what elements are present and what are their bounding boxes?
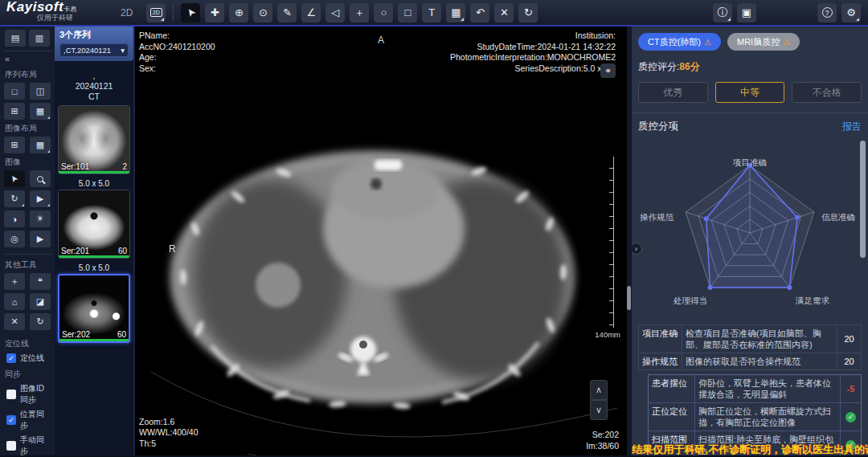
study-group-label: , 20240121 CT bbox=[55, 71, 133, 102]
img-layout-3x3-button[interactable]: ▦ bbox=[30, 137, 51, 153]
chevron-up-icon: ∧ bbox=[596, 385, 602, 395]
row-score: 20 bbox=[837, 325, 861, 353]
flip-icon: ▶ bbox=[37, 194, 43, 204]
locator-line-checkbox[interactable] bbox=[6, 353, 16, 363]
report-icon: ▥ bbox=[35, 33, 43, 43]
image-viewport[interactable]: PName: AccNO:2401210200 Age: Sex: Instit… bbox=[135, 27, 627, 455]
plus-icon: ＋ bbox=[10, 275, 19, 288]
grid-icon: ▦ bbox=[451, 6, 461, 18]
series-panel: 3个序列 ,CT,20240121 ▾ , 20240121 CT Ser:10… bbox=[55, 27, 135, 455]
tool-rectangle-button[interactable]: □ bbox=[398, 3, 417, 22]
image-pointer-button[interactable]: ➤ bbox=[4, 170, 25, 187]
tool-reset-button[interactable]: ↻ bbox=[518, 3, 538, 22]
study-group-line1: , bbox=[55, 71, 133, 81]
age-text: Age: bbox=[139, 52, 215, 63]
link-series-button[interactable]: ⚭ bbox=[600, 63, 616, 78]
wwwl-text: WW/WL:400/40 bbox=[139, 427, 199, 439]
qc-score-label: 质控评分: bbox=[638, 61, 679, 72]
image-layout-section-label: 图像布局 bbox=[5, 123, 51, 134]
help-button[interactable]: ? bbox=[817, 3, 837, 22]
manual-sync-row[interactable]: 手动同步 bbox=[6, 435, 51, 457]
tool-delete-button[interactable]: ✕ bbox=[494, 3, 514, 22]
manual-sync-label: 手动同步 bbox=[20, 435, 51, 457]
grade-excellent-button[interactable]: 优秀 bbox=[638, 82, 708, 103]
flip-button[interactable]: ▶ bbox=[30, 190, 51, 207]
warning-icon: ⚠ bbox=[704, 38, 711, 47]
thumbnail-series-201[interactable]: Ser:201 60 bbox=[58, 190, 130, 259]
manual-sync-checkbox[interactable] bbox=[6, 441, 16, 451]
layout-2d-icon: 2D bbox=[150, 8, 162, 17]
img-layout-2x2-button[interactable]: ⊞ bbox=[4, 137, 25, 153]
clear-button[interactable]: ✕ bbox=[4, 313, 25, 330]
add-tool-button[interactable]: ＋ bbox=[4, 273, 25, 290]
layout-1x2-button[interactable]: ◫ bbox=[30, 83, 51, 100]
grade-medium-button[interactable]: 中等 bbox=[715, 82, 785, 103]
orientation-anterior-marker: A bbox=[378, 35, 384, 46]
report-panel-button[interactable]: ▥ bbox=[29, 30, 50, 47]
tool-ellipse-button[interactable]: ○ bbox=[374, 3, 393, 22]
sidebar-collapse-button[interactable]: « bbox=[3, 51, 51, 66]
thumbnail-series-101[interactable]: Ser:101 2 bbox=[58, 105, 130, 174]
cine-button[interactable]: ◎ bbox=[4, 231, 25, 247]
magnifier-icon bbox=[37, 176, 43, 182]
sex-text: Sex: bbox=[139, 63, 215, 75]
settings-button[interactable]: ⚙ bbox=[841, 3, 861, 22]
image-id-sync-checkbox[interactable] bbox=[6, 390, 16, 399]
panel-scrollbar-thumb[interactable] bbox=[860, 141, 866, 258]
comment-button[interactable]: ❝ bbox=[30, 273, 51, 290]
table-row: 操作规范 图像的获取是否符合操作规范 20 bbox=[639, 353, 861, 369]
img-layout-2x2-icon: ⊞ bbox=[10, 140, 18, 150]
tool-pan-button[interactable]: ✚ bbox=[205, 3, 224, 22]
image-id-sync-row[interactable]: 图像ID同步 bbox=[6, 383, 51, 406]
info-button[interactable]: ⓘ bbox=[713, 3, 732, 22]
tool-cross-marker-button[interactable]: ＋ bbox=[350, 3, 369, 22]
qc-score-value: 86分 bbox=[679, 61, 699, 72]
magnifier-button[interactable] bbox=[30, 170, 51, 187]
study-dropdown-value: ,CT,20240121 bbox=[63, 46, 111, 55]
tab-mri-qc[interactable]: MRI脑质控 ⚠ bbox=[727, 33, 800, 51]
zoom-icon: ⊕ bbox=[235, 6, 244, 18]
tool-layout-2d-button[interactable]: 2D bbox=[146, 3, 166, 22]
stack-next-button[interactable]: ∨ bbox=[590, 400, 608, 420]
rotate-button[interactable]: ↻ bbox=[4, 190, 25, 207]
study-dropdown[interactable]: ,CT,20240121 ▾ bbox=[59, 43, 129, 57]
roi-button[interactable]: ⌂ bbox=[4, 293, 25, 310]
tool-zoom-button[interactable]: ⊕ bbox=[229, 3, 248, 22]
locator-line-checkbox-row[interactable]: 定位线 bbox=[6, 353, 51, 364]
thickness-text: Th:5 bbox=[139, 439, 199, 450]
stack-previous-button[interactable]: ∧ bbox=[590, 380, 608, 400]
position-sync-checkbox[interactable] bbox=[6, 415, 16, 425]
tool-text-button[interactable]: T bbox=[422, 3, 441, 22]
layout-1x1-button[interactable]: □ bbox=[4, 83, 25, 100]
probe-icon: ⊙ bbox=[259, 6, 268, 18]
tool-pointer-button[interactable]: ➤ bbox=[181, 3, 200, 22]
institution-text: Institusion: bbox=[450, 31, 616, 42]
play-button[interactable]: ▶ bbox=[30, 231, 51, 247]
thumb-loaded-bar bbox=[59, 171, 129, 173]
tool-angle-button[interactable]: ∠ bbox=[301, 3, 321, 22]
tool-length-button[interactable]: ✎ bbox=[277, 3, 297, 22]
series-list-button[interactable]: ▤ bbox=[5, 30, 26, 47]
thumb-title: 5.0 x 5.0 bbox=[55, 179, 133, 188]
tool-layout-grid-button[interactable]: ▦ bbox=[446, 3, 465, 22]
save-button[interactable]: ▣ bbox=[737, 3, 756, 22]
viewport-scrollbar-thumb[interactable] bbox=[627, 286, 631, 310]
brightness-button[interactable]: ☀ bbox=[30, 210, 51, 227]
grade-fail-button[interactable]: 不合格 bbox=[792, 82, 862, 103]
layout-3x3-button[interactable]: ▦ bbox=[30, 103, 51, 120]
position-sync-label: 位置同步 bbox=[20, 409, 51, 431]
accno-text: AccNO:2401210200 bbox=[139, 42, 215, 53]
delete-icon: ✕ bbox=[500, 6, 509, 18]
tool-cobb-angle-button[interactable]: ◁ bbox=[326, 3, 345, 22]
tool-probe-button[interactable]: ⊙ bbox=[253, 3, 272, 22]
tool-undo-button[interactable]: ↶ bbox=[470, 3, 489, 22]
invert-button[interactable]: ◑ bbox=[4, 210, 25, 227]
layout-2x2-button[interactable]: ⊞ bbox=[4, 103, 25, 120]
refresh-button[interactable]: ↻ bbox=[30, 313, 51, 330]
report-link[interactable]: 报告 bbox=[842, 120, 862, 133]
position-sync-row[interactable]: 位置同步 bbox=[6, 409, 51, 431]
eraser-button[interactable]: ◪ bbox=[30, 293, 51, 310]
pointer-icon: ➤ bbox=[8, 173, 21, 185]
thumbnail-series-202[interactable]: Ser:202 60 bbox=[58, 274, 130, 343]
tab-ct-qc[interactable]: CT质控(肺部) ⚠ bbox=[638, 33, 721, 51]
